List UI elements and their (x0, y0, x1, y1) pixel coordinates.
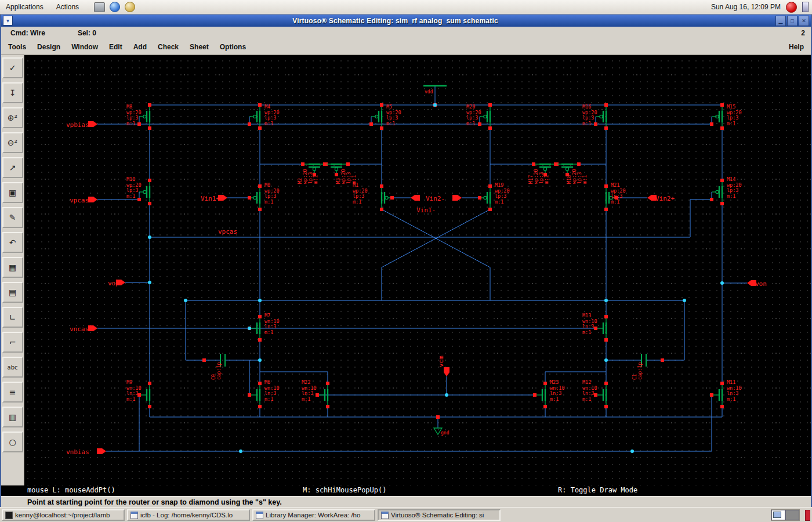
device-label[interactable]: wp:20 (126, 182, 142, 188)
device-label[interactable]: wn:10 (582, 318, 597, 324)
device-label[interactable]: m:1 (582, 329, 591, 335)
taskbar-window-2[interactable]: Library Manager: WorkArea: /ho (252, 509, 375, 521)
transistor-M20[interactable] (478, 103, 492, 130)
device-label[interactable]: ln:3 (264, 390, 276, 396)
device-label[interactable]: M0 (264, 182, 270, 188)
device-label[interactable]: M21 (611, 182, 619, 188)
window-menu-icon[interactable]: ▾ (3, 16, 13, 26)
transistor-M14[interactable] (710, 179, 724, 205)
device-label[interactable]: m:1 (727, 396, 735, 402)
transistor-M22[interactable] (316, 382, 329, 408)
device-label[interactable]: M5 (386, 104, 392, 110)
device-label[interactable]: lp:3 (727, 187, 738, 193)
pin-Vin1-[interactable] (452, 195, 462, 201)
device-label[interactable]: m:1 (313, 175, 318, 184)
instance-tool[interactable]: ▦ (2, 257, 23, 278)
device-label[interactable]: ln:3 (582, 324, 594, 329)
transistor-M6[interactable] (248, 382, 262, 408)
device-label[interactable]: wp:20 (126, 110, 142, 115)
port-label-von[interactable]: von (755, 280, 767, 288)
device-label[interactable]: M13 (582, 313, 591, 318)
wire-label-tool[interactable]: abc (2, 357, 23, 378)
schematic-svg[interactable]: vddgndvpcasM8wp:20lp:3m:1M4wp:20lp:3m:1M… (24, 55, 811, 485)
menu-design[interactable]: Design (37, 43, 60, 51)
device-label[interactable]: M19 (495, 182, 503, 188)
device-label[interactable]: M10 (126, 176, 135, 182)
menu-help[interactable]: Help (789, 43, 804, 51)
device-label[interactable]: wp:20 (353, 188, 368, 194)
transistor-M0[interactable] (248, 184, 262, 211)
schematic-canvas[interactable]: vddgndvpcasM8wp:20lp:3m:1M4wp:20lp:3m:1M… (24, 55, 811, 485)
port-label-vncas[interactable]: vncas (70, 325, 89, 333)
save-tool[interactable]: ↧ (2, 82, 23, 103)
pin-vcm[interactable] (444, 367, 449, 376)
transistor-M15[interactable] (710, 103, 724, 130)
device-label[interactable]: wn:10 (302, 385, 317, 391)
device-label[interactable]: M6 (264, 379, 270, 385)
menu-sheet[interactable]: Sheet (190, 43, 209, 51)
device-label[interactable]: lp:3 (495, 193, 506, 199)
device-label[interactable]: m:1 (126, 396, 135, 402)
package-icon[interactable] (125, 2, 135, 12)
copy-tool[interactable]: ▣ (2, 182, 23, 203)
menu-tools[interactable]: Tools (8, 43, 26, 51)
titlebar[interactable]: ▾ Virtuoso® Schematic Editing: sim_rf an… (1, 14, 811, 27)
device-label[interactable]: m:1 (264, 121, 273, 126)
zoom-in-2x-tool[interactable]: ⊕² (2, 107, 23, 128)
device-label[interactable]: lp:3 (264, 193, 276, 199)
taskbar-window-1[interactable]: icfb - Log: /home/kenny/CDS.lo (127, 509, 250, 521)
menu-options[interactable]: Options (220, 43, 246, 51)
port-label-vnbias[interactable]: vnbias (66, 448, 89, 456)
device-label[interactable]: wn:10 (126, 385, 142, 391)
device-label[interactable]: m:1 (466, 121, 475, 126)
check-save-tool[interactable]: ✓ (2, 57, 23, 78)
device-label[interactable]: lp:3 (582, 115, 594, 121)
device-label[interactable]: m:1 (582, 121, 591, 126)
device-label[interactable]: wn:10 (264, 385, 280, 391)
device-label[interactable]: m:1 (126, 193, 135, 199)
device-label[interactable]: wn:10 (727, 385, 742, 391)
transistor-M11[interactable] (710, 382, 724, 408)
maximize-button[interactable]: □ (787, 16, 798, 26)
device-label[interactable]: m:1 (351, 175, 357, 184)
pin-tool[interactable]: ▤ (2, 282, 23, 303)
applications-menu[interactable]: Applications (3, 2, 46, 12)
transistor-M4[interactable] (248, 103, 262, 130)
device-label[interactable]: m:1 (582, 396, 591, 402)
device-label[interactable]: lp:3 (126, 115, 138, 121)
device-label[interactable]: wp:20 (727, 182, 742, 188)
cap-label[interactable]: cap:1p (216, 362, 222, 380)
device-label[interactable]: m:1 (264, 396, 273, 402)
workspace-switcher[interactable] (771, 509, 800, 521)
device-label[interactable]: ln:3 (126, 390, 138, 396)
transistor-M8[interactable] (137, 103, 151, 130)
menu-check[interactable]: Check (158, 43, 179, 51)
device-label[interactable]: M23 (550, 379, 559, 385)
device-label[interactable]: ln:3 (550, 390, 561, 396)
device-label[interactable]: ln:3 (302, 390, 313, 396)
pin-Vin2-[interactable] (411, 195, 420, 201)
undo-tool[interactable]: ↶ (2, 232, 23, 253)
device-label[interactable]: wn:10 (550, 385, 565, 391)
device-label[interactable]: M8 (126, 104, 132, 110)
cmd-options-tool[interactable]: ≡ (2, 382, 23, 403)
pin-vpbias[interactable] (88, 121, 97, 127)
device-label[interactable]: M22 (302, 379, 310, 385)
device-label[interactable]: m:1 (582, 175, 588, 184)
transistor-M16[interactable] (594, 103, 608, 130)
zoom-out-2x-tool[interactable]: ⊖² (2, 132, 23, 153)
redhat-alert-icon[interactable] (786, 2, 797, 13)
device-label[interactable]: M14 (727, 176, 735, 182)
device-label[interactable]: ln:3 (264, 324, 276, 329)
device-label[interactable]: wp:20 (582, 110, 597, 115)
transistor-M1[interactable] (380, 184, 394, 211)
web-browser-icon[interactable] (110, 2, 120, 12)
cap-label[interactable]: cap:1p (637, 362, 643, 380)
device-label[interactable]: ln:3 (582, 390, 594, 396)
wire-narrow-tool[interactable]: ∟ (2, 307, 23, 328)
device-label[interactable]: m:1 (495, 199, 503, 205)
workspace-2[interactable] (785, 510, 799, 520)
device-label[interactable]: lp:3 (264, 115, 276, 121)
device-label[interactable]: wp:20 (264, 110, 280, 115)
device-label[interactable]: wp:20 (495, 188, 510, 194)
